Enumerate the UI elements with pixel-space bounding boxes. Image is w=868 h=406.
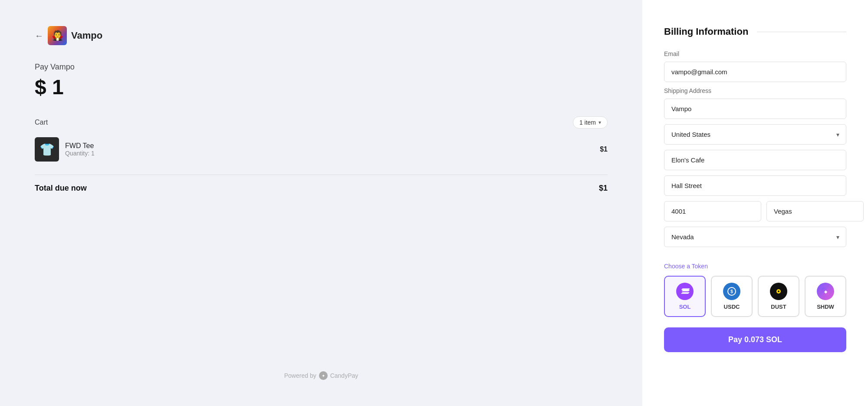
svg-point-4 — [778, 290, 779, 292]
cart-title: Cart — [35, 119, 48, 126]
address-row — [664, 201, 846, 221]
pay-label: Pay Vampo — [35, 63, 608, 72]
sol-label: SOL — [679, 304, 691, 310]
zip-input[interactable] — [664, 201, 761, 221]
product-name: FWD Tee — [65, 142, 594, 150]
total-label: Total due now — [35, 184, 87, 193]
token-shdw[interactable]: ◈ SHDW — [805, 276, 846, 317]
product-image: 👕 — [35, 137, 59, 162]
billing-divider — [757, 32, 846, 32]
sol-icon — [676, 283, 694, 300]
email-label: Email — [664, 50, 846, 57]
shipping-label: Shipping Address — [664, 87, 846, 94]
total-amount: $1 — [599, 184, 608, 193]
svg-text:◈: ◈ — [824, 290, 828, 294]
cart-header: Cart 1 item ▾ — [35, 116, 608, 129]
country-select-wrapper: United States Canada United Kingdom Aust… — [664, 124, 846, 145]
back-button[interactable]: ← 🧛 Vampo — [35, 26, 608, 45]
dust-icon — [770, 283, 787, 300]
name-input[interactable] — [664, 99, 846, 119]
token-grid: SOL $ USDC — [664, 276, 846, 317]
shdw-label: SHDW — [817, 304, 834, 310]
item-count-label: 1 item — [579, 119, 596, 126]
token-usdc[interactable]: $ USDC — [711, 276, 753, 317]
powered-by: Powered by ✦ CandyPay — [35, 345, 608, 380]
shipping-section: Shipping Address United States Canada Un… — [664, 87, 846, 252]
powered-by-label: Powered by — [284, 372, 316, 379]
email-input[interactable] — [664, 62, 846, 82]
chevron-down-icon: ▾ — [598, 119, 601, 125]
usdc-icon: $ — [723, 283, 740, 300]
total-row: Total due now $1 — [35, 184, 608, 193]
country-select[interactable]: United States Canada United Kingdom Aust… — [664, 124, 846, 145]
company-input[interactable] — [664, 150, 846, 170]
candypay-logo-icon: ✦ — [319, 371, 328, 380]
item-count-badge[interactable]: 1 item ▾ — [573, 116, 608, 129]
candypay-brand: CandyPay — [330, 372, 358, 379]
city-input[interactable] — [766, 201, 864, 221]
billing-title: Billing Information — [664, 26, 748, 37]
token-section: Choose a Token SOL — [664, 263, 846, 317]
token-dust[interactable]: DUST — [758, 276, 799, 317]
pay-button[interactable]: Pay 0.073 SOL — [664, 327, 846, 352]
street-input[interactable] — [664, 175, 846, 196]
left-panel: ← 🧛 Vampo Pay Vampo $ 1 Cart 1 item ▾ 👕 … — [0, 0, 642, 406]
cart-item: 👕 FWD Tee Quantity: 1 $1 — [35, 137, 608, 162]
cart-divider — [35, 175, 608, 175]
avatar: 🧛 — [48, 26, 67, 45]
token-label: Choose a Token — [664, 263, 846, 270]
product-price: $1 — [600, 145, 608, 153]
state-select[interactable]: Nevada California Texas New York Florida — [664, 227, 846, 247]
billing-header: Billing Information — [664, 26, 846, 37]
product-info: FWD Tee Quantity: 1 — [65, 142, 594, 157]
right-panel: Billing Information Email Shipping Addre… — [642, 0, 868, 406]
dust-label: DUST — [771, 304, 786, 310]
svg-text:$: $ — [730, 289, 733, 294]
product-quantity: Quantity: 1 — [65, 150, 594, 157]
amount-display: $ 1 — [35, 75, 608, 99]
merchant-name: Vampo — [71, 30, 102, 41]
back-arrow-icon: ← — [35, 31, 43, 41]
usdc-label: USDC — [724, 304, 740, 310]
shdw-icon: ◈ — [817, 283, 834, 300]
token-sol[interactable]: SOL — [664, 276, 706, 317]
page-wrapper: ← 🧛 Vampo Pay Vampo $ 1 Cart 1 item ▾ 👕 … — [0, 0, 868, 406]
state-select-wrapper: Nevada California Texas New York Florida… — [664, 227, 846, 247]
